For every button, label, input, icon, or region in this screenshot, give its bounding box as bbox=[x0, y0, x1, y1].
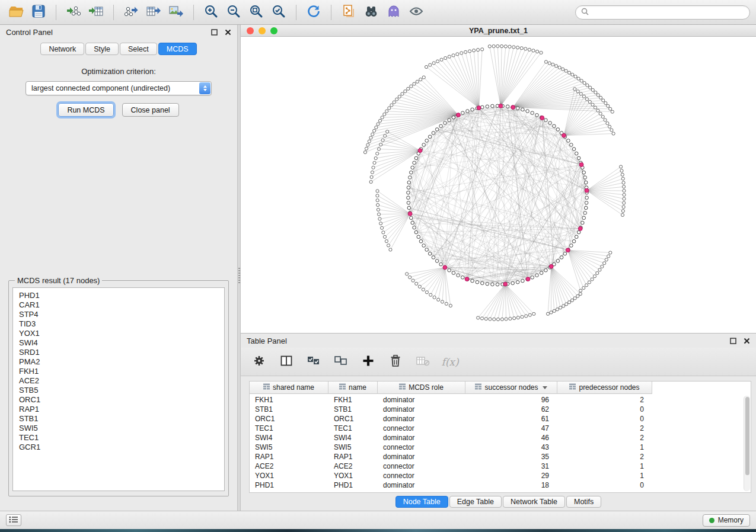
window-close-button[interactable] bbox=[247, 27, 254, 34]
network-view[interactable] bbox=[241, 37, 756, 333]
table-row[interactable]: PHD1PHD1dominator180 bbox=[250, 480, 751, 490]
export-image-button[interactable] bbox=[166, 2, 186, 23]
table-panel-header: Table Panel bbox=[241, 334, 756, 348]
table-row[interactable]: SWI5SWI5connector431 bbox=[250, 443, 751, 452]
table-scrollbar[interactable] bbox=[744, 396, 750, 491]
tab-node-table[interactable]: Node Table bbox=[395, 496, 448, 508]
add-column-button[interactable] bbox=[361, 354, 376, 370]
status-menu-button[interactable] bbox=[6, 514, 21, 526]
toolbar-separator bbox=[113, 5, 114, 20]
mcds-result-node[interactable]: STB5 bbox=[13, 386, 224, 395]
find-button[interactable] bbox=[361, 2, 381, 23]
tab-mcds[interactable]: MCDS bbox=[158, 43, 197, 55]
mcds-result-node[interactable]: SWI4 bbox=[13, 338, 224, 348]
mcds-result-node[interactable]: STB1 bbox=[13, 414, 224, 424]
tab-style[interactable]: Style bbox=[85, 43, 119, 55]
column-label: shared name bbox=[273, 383, 314, 392]
export-network-button[interactable] bbox=[121, 2, 141, 23]
column-header-shared-name[interactable]: shared name bbox=[250, 382, 328, 394]
mcds-result-node[interactable]: SRD1 bbox=[13, 348, 224, 357]
table-row[interactable]: SWI4SWI4dominator462 bbox=[250, 433, 751, 443]
mcds-result-list[interactable]: PHD1CAR1STP4TID3YOX1SWI4SRD1PMA2FKH1ACE2… bbox=[12, 287, 225, 491]
search-box[interactable] bbox=[575, 5, 750, 20]
table-cell: 62 bbox=[465, 405, 557, 414]
delete-column-button[interactable] bbox=[388, 354, 403, 370]
import-table-disabled-button bbox=[415, 354, 430, 370]
column-header-name[interactable]: name bbox=[328, 382, 378, 394]
table-cell: SWI4 bbox=[328, 434, 378, 442]
clone-network-button[interactable] bbox=[339, 2, 359, 23]
mcds-result-node[interactable]: FKH1 bbox=[13, 367, 224, 376]
table-settings-button[interactable] bbox=[251, 354, 267, 370]
tab-network[interactable]: Network bbox=[40, 43, 84, 55]
mcds-result-node[interactable]: PHD1 bbox=[13, 291, 224, 300]
network-window-titlebar[interactable]: YPA_prune.txt_1 bbox=[241, 25, 756, 37]
control-tabs: NetworkStyleSelectMCDS bbox=[0, 39, 237, 60]
trash-icon bbox=[389, 354, 402, 369]
zoom-in-button[interactable] bbox=[201, 2, 221, 23]
show-columns-button[interactable] bbox=[279, 354, 294, 370]
table-row[interactable]: RAP1RAP1dominator352 bbox=[250, 452, 751, 462]
mcds-result-node[interactable]: YOX1 bbox=[13, 329, 224, 338]
function-builder-button: f(x) bbox=[442, 354, 458, 370]
mcds-result-node[interactable]: TID3 bbox=[13, 319, 224, 329]
network-svg[interactable] bbox=[241, 37, 756, 333]
tab-network-table[interactable]: Network Table bbox=[503, 496, 565, 508]
mcds-result-node[interactable]: GCR1 bbox=[13, 443, 224, 452]
table-scrollbar-thumb[interactable] bbox=[745, 397, 749, 475]
zoom-out-icon bbox=[226, 4, 241, 21]
mcds-result-node[interactable]: ACE2 bbox=[13, 376, 224, 386]
mcds-result-node[interactable]: RAP1 bbox=[13, 405, 224, 414]
table-row[interactable]: FKH1FKH1dominator962 bbox=[250, 395, 751, 405]
zoom-out-button[interactable] bbox=[224, 2, 244, 23]
open-file-button[interactable] bbox=[6, 2, 26, 23]
close-table-panel-button[interactable] bbox=[744, 338, 750, 344]
memory-button[interactable]: Memory bbox=[703, 514, 750, 527]
window-minimize-button[interactable] bbox=[259, 27, 266, 34]
show-hide-button[interactable] bbox=[406, 2, 426, 23]
import-table-button[interactable] bbox=[86, 2, 106, 23]
refresh-button[interactable] bbox=[304, 2, 324, 23]
mcds-result-node[interactable]: STP4 bbox=[13, 310, 224, 319]
run-mcds-button[interactable]: Run MCDS bbox=[58, 103, 113, 117]
float-table-panel-button[interactable] bbox=[730, 338, 736, 344]
criterion-select[interactable]: largest connected component (undirected) bbox=[25, 81, 212, 95]
table-cell: 1 bbox=[557, 443, 652, 451]
column-sort-icon bbox=[339, 383, 346, 392]
export-table-button[interactable] bbox=[143, 2, 164, 23]
table-cell: 61 bbox=[465, 415, 557, 423]
select-all-button[interactable] bbox=[306, 354, 321, 370]
save-button[interactable] bbox=[28, 2, 49, 23]
table-row[interactable]: ACE2ACE2connector311 bbox=[250, 462, 751, 471]
close-mcds-panel-button[interactable]: Close panel bbox=[122, 103, 179, 117]
style-button[interactable] bbox=[384, 2, 404, 23]
mcds-result-node[interactable]: SWI5 bbox=[13, 424, 224, 433]
tab-edge-table[interactable]: Edge Table bbox=[449, 496, 502, 508]
close-panel-button[interactable] bbox=[225, 29, 231, 36]
mcds-result-title: MCDS result (17 nodes) bbox=[15, 276, 102, 285]
table-cell: RAP1 bbox=[328, 453, 378, 461]
float-panel-button[interactable] bbox=[211, 29, 218, 36]
column-header-MCDS-role[interactable]: MCDS role bbox=[378, 382, 465, 394]
plus-icon bbox=[362, 354, 375, 369]
table-cell: YOX1 bbox=[328, 472, 378, 480]
table-row[interactable]: TEC1TEC1connector472 bbox=[250, 424, 751, 433]
import-network-button[interactable] bbox=[63, 2, 84, 23]
mcds-result-node[interactable]: PMA2 bbox=[13, 357, 224, 367]
tab-motifs[interactable]: Motifs bbox=[566, 496, 601, 508]
clear-selection-button[interactable] bbox=[333, 354, 349, 370]
zoom-fit-button[interactable] bbox=[246, 2, 266, 23]
search-icon bbox=[581, 8, 589, 17]
tab-select[interactable]: Select bbox=[120, 43, 157, 55]
table-row[interactable]: STB1STB1dominator620 bbox=[250, 405, 751, 414]
column-header-successor-nodes[interactable]: successor nodes bbox=[465, 382, 557, 394]
mcds-result-node[interactable]: CAR1 bbox=[13, 300, 224, 310]
mcds-result-node[interactable]: ORC1 bbox=[13, 395, 224, 405]
table-row[interactable]: YOX1YOX1connector291 bbox=[250, 471, 751, 480]
table-row[interactable]: ORC1ORC1dominator610 bbox=[250, 414, 751, 424]
zoom-selected-button[interactable] bbox=[269, 2, 289, 23]
mcds-result-node[interactable]: TEC1 bbox=[13, 433, 224, 443]
search-input[interactable] bbox=[592, 8, 744, 17]
window-maximize-button[interactable] bbox=[270, 27, 277, 34]
column-header-predecessor-nodes[interactable]: predecessor nodes bbox=[557, 382, 652, 394]
